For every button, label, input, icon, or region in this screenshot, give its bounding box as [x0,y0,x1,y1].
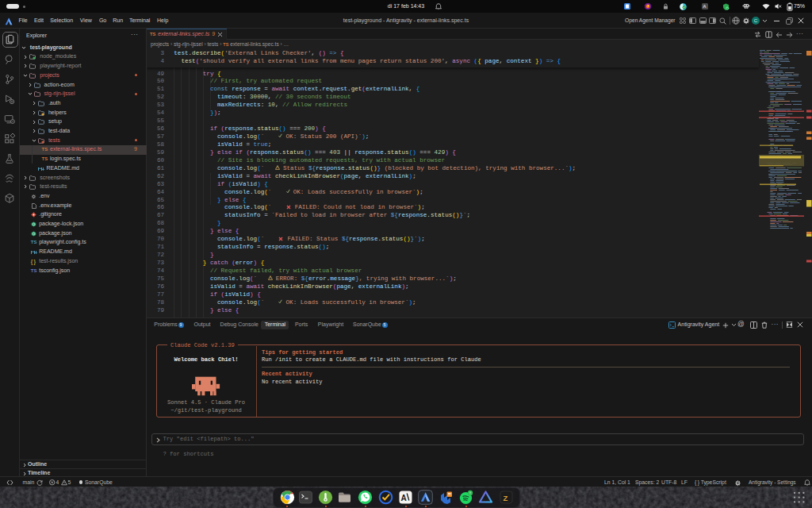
svg-text:Z: Z [503,493,508,502]
svg-text:A: A [401,493,407,502]
